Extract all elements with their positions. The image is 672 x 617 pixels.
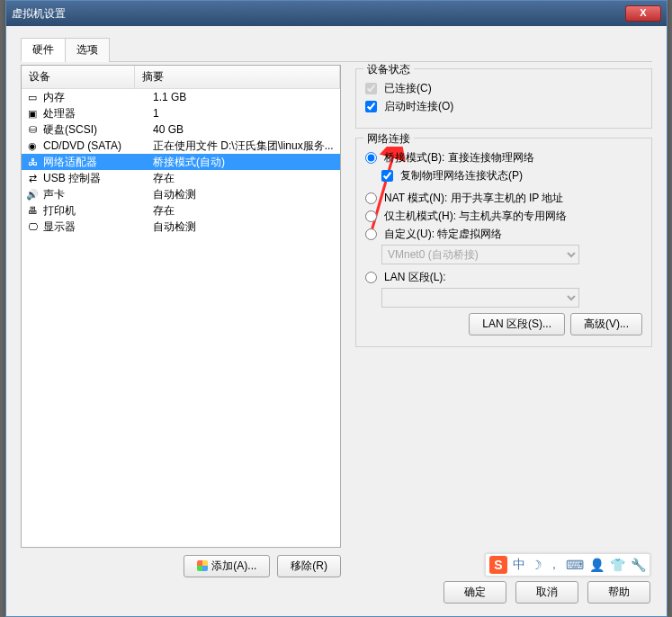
tshirt-icon[interactable]: 👕 bbox=[610, 558, 625, 572]
remove-hardware-button[interactable]: 移除(R) bbox=[277, 555, 341, 577]
connect-at-poweron-label: 启动时连接(O) bbox=[384, 99, 453, 114]
disc-icon: ◉ bbox=[25, 139, 40, 152]
bridged-radio[interactable] bbox=[365, 152, 377, 164]
device-name: 处理器 bbox=[43, 106, 153, 121]
tab-options[interactable]: 选项 bbox=[65, 38, 110, 62]
device-status-legend: 设备状态 bbox=[363, 62, 414, 77]
custom-radio[interactable] bbox=[365, 228, 377, 240]
connect-at-poweron-checkbox[interactable] bbox=[365, 101, 377, 112]
device-summary: 存在 bbox=[153, 203, 340, 219]
device-status-group: 设备状态 已连接(C) 启动时连接(O) bbox=[355, 68, 652, 129]
nat-label: NAT 模式(N): 用于共享主机的 IP 地址 bbox=[384, 191, 563, 206]
device-summary: 正在使用文件 D:\汪氏集团\linux服务... bbox=[153, 139, 340, 154]
connected-checkbox bbox=[365, 83, 377, 94]
col-summary[interactable]: 摘要 bbox=[135, 66, 340, 88]
nat-radio[interactable] bbox=[365, 192, 377, 204]
hostonly-radio[interactable] bbox=[365, 210, 377, 222]
ok-button[interactable]: 确定 bbox=[444, 581, 506, 604]
device-summary: 1.1 GB bbox=[153, 91, 340, 103]
hostonly-label: 仅主机模式(H): 与主机共享的专用网络 bbox=[384, 209, 567, 224]
display-icon: 🖵 bbox=[25, 220, 40, 233]
sogou-icon[interactable]: S bbox=[489, 556, 507, 574]
device-name: 声卡 bbox=[43, 187, 153, 202]
hardware-row[interactable]: ▭内存1.1 GB bbox=[22, 89, 340, 105]
device-summary: 40 GB bbox=[153, 123, 340, 136]
settings-panel: 设备状态 已连接(C) 启动时连接(O) 网络连接 桥接模式(B): 直接连接物… bbox=[355, 65, 652, 356]
device-summary: 存在 bbox=[153, 171, 340, 186]
network-connection-group: 网络连接 桥接模式(B): 直接连接物理网络 复制物理网络连接状态(P) NAT… bbox=[355, 138, 652, 347]
vmnet-select: VMnet0 (自动桥接) bbox=[381, 245, 579, 264]
device-name: 硬盘(SCSI) bbox=[43, 122, 153, 138]
device-name: 网络适配器 bbox=[43, 155, 153, 170]
hardware-row[interactable]: 🖶打印机存在 bbox=[22, 202, 340, 219]
titlebar[interactable]: 虚拟机设置 X bbox=[6, 1, 667, 26]
hardware-row[interactable]: ◉CD/DVD (SATA)正在使用文件 D:\汪氏集团\linux服务... bbox=[22, 138, 340, 154]
device-name: CD/DVD (SATA) bbox=[43, 139, 153, 152]
hardware-table: 设备 摘要 ▭内存1.1 GB▣处理器1⛁硬盘(SCSI)40 GB◉CD/DV… bbox=[21, 65, 341, 548]
device-name: 内存 bbox=[43, 90, 153, 105]
person-icon[interactable]: 👤 bbox=[589, 558, 605, 572]
tab-hardware[interactable]: 硬件 bbox=[21, 38, 66, 62]
memory-icon: ▭ bbox=[25, 91, 40, 103]
device-summary: 1 bbox=[153, 107, 340, 120]
hardware-list-panel: 设备 摘要 ▭内存1.1 GB▣处理器1⛁硬盘(SCSI)40 GB◉CD/DV… bbox=[21, 65, 341, 577]
col-device[interactable]: 设备 bbox=[22, 66, 135, 88]
window-title: 虚拟机设置 bbox=[12, 6, 66, 22]
lanseg-radio[interactable] bbox=[365, 272, 377, 283]
connected-label: 已连接(C) bbox=[384, 81, 432, 96]
help-button[interactable]: 帮助 bbox=[587, 581, 650, 604]
client-area: 硬件 选项 设备 摘要 ▭内存1.1 GB▣处理器1⛁硬盘(SCSI)40 GB… bbox=[6, 26, 667, 616]
table-header: 设备 摘要 bbox=[22, 66, 340, 89]
cpu-icon: ▣ bbox=[25, 107, 40, 120]
usb-icon: ⇄ bbox=[25, 172, 40, 184]
hardware-row[interactable]: ⇄USB 控制器存在 bbox=[22, 170, 340, 186]
advanced-button[interactable]: 高级(V)... bbox=[570, 313, 642, 335]
lan-segments-button[interactable]: LAN 区段(S)... bbox=[469, 313, 565, 335]
hardware-row[interactable]: ▣处理器1 bbox=[22, 105, 340, 121]
tab-bar: 硬件 选项 bbox=[21, 37, 652, 62]
hardware-row[interactable]: 🖧网络适配器桥接模式(自动) bbox=[22, 154, 340, 170]
custom-label: 自定义(U): 特定虚拟网络 bbox=[384, 227, 502, 242]
printer-icon: 🖶 bbox=[25, 204, 40, 217]
lanseg-select bbox=[381, 288, 579, 308]
sound-icon: 🔊 bbox=[25, 188, 40, 201]
ime-tray[interactable]: S 中 ☽ ， ⌨ 👤 👕 🔧 bbox=[485, 553, 650, 577]
replicate-checkbox[interactable] bbox=[381, 170, 393, 182]
hdd-icon: ⛁ bbox=[25, 123, 40, 136]
hardware-row[interactable]: 🔊声卡自动检测 bbox=[22, 186, 340, 202]
bridged-label: 桥接模式(B): 直接连接物理网络 bbox=[384, 150, 534, 165]
nic-icon: 🖧 bbox=[25, 156, 40, 168]
device-summary: 自动检测 bbox=[153, 219, 340, 235]
cancel-button[interactable]: 取消 bbox=[515, 581, 578, 604]
vm-settings-dialog: 虚拟机设置 X 硬件 选项 设备 摘要 ▭内存1.1 GB▣处理器1⛁硬盘(SC… bbox=[5, 0, 668, 617]
lanseg-label: LAN 区段(L): bbox=[384, 270, 446, 285]
shield-icon bbox=[197, 560, 208, 571]
close-button[interactable]: X bbox=[625, 5, 661, 22]
hardware-row[interactable]: ⛁硬盘(SCSI)40 GB bbox=[22, 121, 340, 138]
device-summary: 自动检测 bbox=[153, 187, 340, 202]
hardware-row[interactable]: 🖵显示器自动检测 bbox=[22, 219, 340, 235]
device-summary: 桥接模式(自动) bbox=[153, 155, 340, 170]
device-name: 打印机 bbox=[43, 203, 153, 219]
moon-icon[interactable]: ☽ bbox=[531, 558, 542, 572]
add-hardware-button[interactable]: 添加(A)... bbox=[184, 555, 270, 577]
replicate-label: 复制物理网络连接状态(P) bbox=[400, 168, 523, 183]
ime-lang-icon[interactable]: 中 bbox=[513, 557, 525, 573]
network-legend: 网络连接 bbox=[363, 131, 414, 147]
device-name: USB 控制器 bbox=[43, 171, 153, 186]
comma-icon[interactable]: ， bbox=[548, 557, 560, 573]
device-name: 显示器 bbox=[43, 219, 153, 235]
dialog-button-bar: 确定 取消 帮助 bbox=[444, 581, 650, 604]
wrench-icon[interactable]: 🔧 bbox=[631, 558, 646, 572]
keyboard-icon[interactable]: ⌨ bbox=[566, 558, 584, 572]
